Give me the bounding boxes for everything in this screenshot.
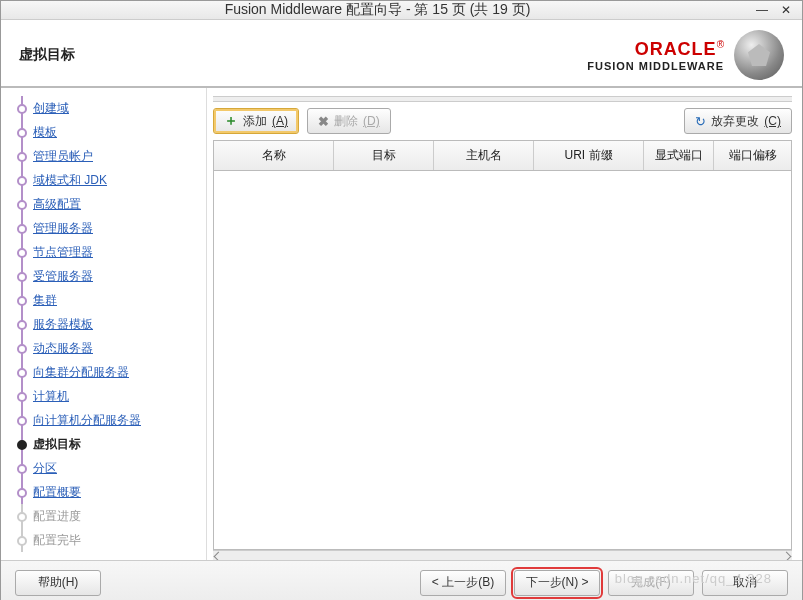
close-button[interactable]: ✕ xyxy=(778,2,794,18)
wizard-step-label: 域模式和 JDK xyxy=(33,172,107,189)
brand-reg: ® xyxy=(717,39,724,50)
wizard-step-label: 向集群分配服务器 xyxy=(33,364,129,381)
finish-button[interactable]: 完成(F) xyxy=(608,570,694,596)
wizard-step-8[interactable]: 集群 xyxy=(15,288,206,312)
horizontal-scrollbar[interactable] xyxy=(213,550,792,560)
col-uri[interactable]: URI 前缀 xyxy=(534,141,644,170)
plus-icon: ＋ xyxy=(224,112,238,130)
table-body xyxy=(214,171,791,549)
col-offset[interactable]: 端口偏移 xyxy=(714,141,791,170)
wizard-step-label: 虚拟目标 xyxy=(33,436,81,453)
wizard-step-12[interactable]: 计算机 xyxy=(15,384,206,408)
wizard-step-0[interactable]: 创建域 xyxy=(15,96,206,120)
wizard-step-label: 节点管理器 xyxy=(33,244,93,261)
add-label: 添加 xyxy=(243,113,267,130)
wizard-step-label: 管理员帐户 xyxy=(33,148,93,165)
help-button[interactable]: 帮助(H) xyxy=(15,570,101,596)
next-button[interactable]: 下一步(N) > xyxy=(514,570,600,596)
header: 虚拟目标 ORACLE® FUSION MIDDLEWARE xyxy=(1,20,802,88)
wizard-step-3[interactable]: 域模式和 JDK xyxy=(15,168,206,192)
wizard-step-15[interactable]: 分区 xyxy=(15,456,206,480)
wizard-step-7[interactable]: 受管服务器 xyxy=(15,264,206,288)
wizard-step-label: 配置完毕 xyxy=(33,532,81,549)
col-target[interactable]: 目标 xyxy=(334,141,434,170)
wizard-step-18: 配置完毕 xyxy=(15,528,206,552)
discard-button[interactable]: ↻ 放弃更改(C) xyxy=(684,108,792,134)
delete-label: 删除 xyxy=(334,113,358,130)
wizard-step-10[interactable]: 动态服务器 xyxy=(15,336,206,360)
back-button[interactable]: < 上一步(B) xyxy=(420,570,506,596)
brand-logo-icon xyxy=(734,30,784,80)
wizard-step-label: 受管服务器 xyxy=(33,268,93,285)
wizard-step-17: 配置进度 xyxy=(15,504,206,528)
wizard-step-16[interactable]: 配置概要 xyxy=(15,480,206,504)
x-icon: ✖ xyxy=(318,114,329,129)
wizard-step-9[interactable]: 服务器模板 xyxy=(15,312,206,336)
delete-key: (D) xyxy=(363,114,380,128)
wizard-step-4[interactable]: 高级配置 xyxy=(15,192,206,216)
wizard-step-label: 向计算机分配服务器 xyxy=(33,412,141,429)
discard-key: (C) xyxy=(764,114,781,128)
top-scroll-strip[interactable] xyxy=(213,96,792,102)
wizard-step-label: 配置进度 xyxy=(33,508,81,525)
wizard-step-1[interactable]: 模板 xyxy=(15,120,206,144)
wizard-step-2[interactable]: 管理员帐户 xyxy=(15,144,206,168)
undo-icon: ↻ xyxy=(695,114,706,129)
minimize-button[interactable]: — xyxy=(754,2,770,18)
wizard-steps-sidebar: 创建域模板管理员帐户域模式和 JDK高级配置管理服务器节点管理器受管服务器集群服… xyxy=(1,88,206,560)
wizard-step-label: 集群 xyxy=(33,292,57,309)
wizard-step-label: 管理服务器 xyxy=(33,220,93,237)
toolbar: ＋ 添加(A) ✖ 删除(D) ↻ 放弃更改(C) xyxy=(213,108,792,140)
wizard-step-5[interactable]: 管理服务器 xyxy=(15,216,206,240)
wizard-step-6[interactable]: 节点管理器 xyxy=(15,240,206,264)
wizard-step-label: 高级配置 xyxy=(33,196,81,213)
wizard-step-label: 服务器模板 xyxy=(33,316,93,333)
page-title: 虚拟目标 xyxy=(19,46,587,64)
brand: ORACLE® FUSION MIDDLEWARE xyxy=(587,30,784,80)
brand-oracle: ORACLE xyxy=(635,39,717,59)
wizard-step-label: 配置概要 xyxy=(33,484,81,501)
delete-button[interactable]: ✖ 删除(D) xyxy=(307,108,391,134)
wizard-step-label: 模板 xyxy=(33,124,57,141)
add-button[interactable]: ＋ 添加(A) xyxy=(213,108,299,134)
brand-fusion-middleware: FUSION MIDDLEWARE xyxy=(587,60,724,72)
wizard-step-label: 创建域 xyxy=(33,100,69,117)
footer: 帮助(H) < 上一步(B) 下一步(N) > 完成(F) 取消 blog.cs… xyxy=(1,560,802,600)
window-title: Fusion Middleware 配置向导 - 第 15 页 (共 19 页) xyxy=(9,1,746,19)
col-port[interactable]: 显式端口 xyxy=(644,141,714,170)
wizard-step-label: 动态服务器 xyxy=(33,340,93,357)
cancel-button[interactable]: 取消 xyxy=(702,570,788,596)
wizard-step-label: 分区 xyxy=(33,460,57,477)
targets-table: 名称 目标 主机名 URI 前缀 显式端口 端口偏移 xyxy=(213,140,792,550)
main-panel: ＋ 添加(A) ✖ 删除(D) ↻ 放弃更改(C) 名称 xyxy=(206,88,802,560)
titlebar: Fusion Middleware 配置向导 - 第 15 页 (共 19 页)… xyxy=(1,1,802,20)
add-key: (A) xyxy=(272,114,288,128)
wizard-step-label: 计算机 xyxy=(33,388,69,405)
wizard-step-14[interactable]: 虚拟目标 xyxy=(15,432,206,456)
table-header: 名称 目标 主机名 URI 前缀 显式端口 端口偏移 xyxy=(214,141,791,171)
discard-label: 放弃更改 xyxy=(711,113,759,130)
wizard-step-11[interactable]: 向集群分配服务器 xyxy=(15,360,206,384)
col-host[interactable]: 主机名 xyxy=(434,141,534,170)
col-name[interactable]: 名称 xyxy=(214,141,334,170)
wizard-step-13[interactable]: 向计算机分配服务器 xyxy=(15,408,206,432)
